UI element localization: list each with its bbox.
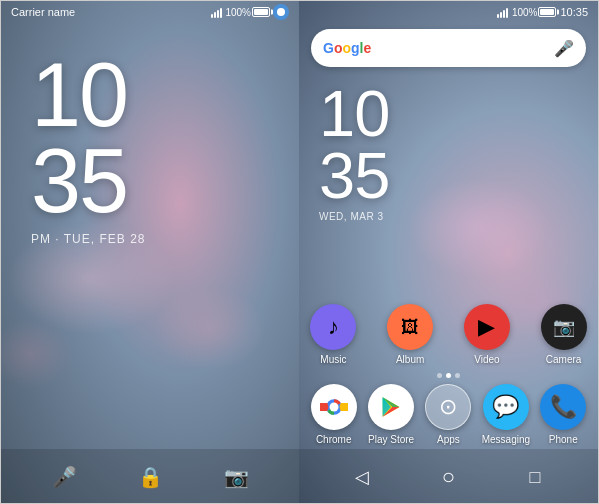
apps-bottom-row: Chrome	[299, 384, 598, 449]
left-status-bar: Carrier name 100%	[1, 1, 299, 23]
right-signal-icon	[497, 6, 508, 18]
chrome-label: Chrome	[316, 434, 352, 445]
album-label: Album	[396, 354, 424, 365]
voice-search-icon[interactable]: 🎤	[554, 39, 574, 58]
chrome-icon[interactable]	[311, 384, 357, 430]
lock-nav-icon[interactable]: 🔒	[130, 457, 170, 497]
left-nav-bar: 🎤 🔒 📷	[1, 449, 299, 504]
video-icon[interactable]: ▶	[464, 304, 510, 350]
recent-nav-icon[interactable]: □	[515, 457, 555, 497]
camera-icon[interactable]: 📷	[541, 304, 587, 350]
google-logo: Google	[323, 40, 371, 56]
messaging-icon[interactable]: 💬	[483, 384, 529, 430]
messaging-label: Messaging	[482, 434, 530, 445]
app-chrome[interactable]: Chrome	[306, 384, 362, 445]
google-search-bar[interactable]: Google 🎤	[311, 29, 586, 67]
camera-label: Camera	[546, 354, 582, 365]
music-icon[interactable]: ♪	[310, 304, 356, 350]
right-clock-time: 10 35	[319, 83, 389, 207]
left-clock-date: PM · TUE, FEB 28	[31, 232, 145, 246]
phone-icon[interactable]: 📞	[540, 384, 586, 430]
dot-2	[446, 373, 451, 378]
page-dots	[299, 373, 598, 378]
apps-top-row: ♪ Music 🖼 Album ▶ Video 📷 Camera	[299, 304, 598, 373]
carrier-name: Carrier name	[11, 6, 75, 18]
right-phone: 100% 10:35 Google 🎤 10 35 WED, MAR 3 ♪ M…	[299, 1, 598, 504]
right-clock-date: WED, MAR 3	[319, 211, 383, 222]
app-album[interactable]: 🖼 Album	[386, 304, 435, 365]
status-icons: 100%	[211, 4, 289, 20]
playstore-label: Play Store	[368, 434, 414, 445]
mic-nav-icon[interactable]: 🎤	[44, 457, 84, 497]
back-nav-icon[interactable]: ◁	[342, 457, 382, 497]
left-clock-time: 10 35	[31, 53, 127, 224]
right-nav-bar: ◁ ○ □	[299, 449, 598, 504]
playstore-icon[interactable]	[368, 384, 414, 430]
left-clock: 10 35 PM · TUE, FEB 28	[1, 23, 299, 246]
right-status-time: 10:35	[560, 6, 588, 18]
battery-pct: 100%	[225, 7, 251, 18]
app-row: ♪ Music 🖼 Album ▶ Video 📷 Camera	[299, 304, 598, 449]
video-label: Video	[474, 354, 499, 365]
right-minute: 35	[319, 139, 389, 212]
camera-nav-icon[interactable]: 📷	[216, 457, 256, 497]
app-video[interactable]: ▶ Video	[463, 304, 512, 365]
dot-1	[437, 373, 442, 378]
app-camera[interactable]: 📷 Camera	[539, 304, 588, 365]
app-messaging[interactable]: 💬 Messaging	[478, 384, 534, 445]
right-battery-pct: 100%	[512, 7, 538, 18]
right-status-bar: 100% 10:35	[299, 1, 598, 23]
left-phone: Carrier name 100% 10 35 PM · TUE, FEB 28…	[1, 1, 299, 504]
app-music[interactable]: ♪ Music	[309, 304, 358, 365]
app-phone[interactable]: 📞 Phone	[535, 384, 591, 445]
phone-label: Phone	[549, 434, 578, 445]
right-clock: 10 35 WED, MAR 3	[299, 73, 598, 222]
app-playstore[interactable]: Play Store	[363, 384, 419, 445]
user-avatar-icon	[273, 4, 289, 20]
album-icon[interactable]: 🖼	[387, 304, 433, 350]
svg-point-2	[329, 403, 338, 412]
battery-icon: 100%	[225, 7, 270, 18]
music-label: Music	[320, 354, 346, 365]
apps-icon[interactable]: ⊙	[425, 384, 471, 430]
signal-icon	[211, 6, 222, 18]
dot-3	[455, 373, 460, 378]
app-apps[interactable]: ⊙ Apps	[420, 384, 476, 445]
apps-label: Apps	[437, 434, 460, 445]
left-minute: 35	[31, 131, 127, 231]
right-battery-icon: 100%	[512, 7, 557, 18]
home-nav-icon[interactable]: ○	[428, 457, 468, 497]
